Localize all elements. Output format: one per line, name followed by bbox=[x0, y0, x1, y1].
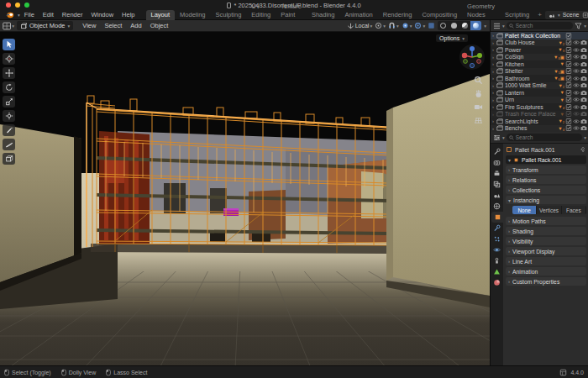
workspace-tab[interactable]: Texture Paint bbox=[276, 2, 307, 20]
tool-move[interactable] bbox=[3, 67, 15, 79]
tab-world[interactable] bbox=[491, 201, 503, 212]
disable-render-camera-icon[interactable] bbox=[580, 111, 587, 117]
tab-physics[interactable] bbox=[491, 244, 503, 255]
mode-selector[interactable]: Object Mode ▾ bbox=[17, 21, 73, 30]
hide-eye-icon[interactable] bbox=[573, 125, 580, 131]
viewport-menu-item[interactable]: View bbox=[78, 22, 100, 29]
properties-options-dropdown-icon[interactable]: ▾ bbox=[584, 135, 586, 140]
tab-tool[interactable] bbox=[491, 146, 503, 157]
property-panel[interactable]: › Relations bbox=[506, 176, 586, 184]
exclude-checkbox-icon[interactable] bbox=[565, 118, 572, 124]
tool-cursor[interactable] bbox=[3, 53, 15, 65]
expand-icon[interactable]: ▾ bbox=[508, 157, 511, 163]
tab-particles[interactable] bbox=[491, 234, 503, 244]
viewport-3d-scene[interactable] bbox=[0, 32, 490, 365]
tool-measure[interactable] bbox=[3, 139, 15, 150]
instancing-option-button[interactable]: Vertices bbox=[537, 206, 561, 214]
disable-render-camera-icon[interactable] bbox=[580, 125, 587, 131]
scene-selector[interactable]: ▾ Scene bbox=[545, 11, 588, 19]
hide-eye-icon[interactable] bbox=[573, 54, 580, 60]
workspace-tab[interactable]: Modeling bbox=[175, 10, 210, 20]
workspace-tab[interactable]: UV Editing bbox=[246, 2, 276, 20]
exclude-checkbox-icon[interactable] bbox=[565, 90, 572, 96]
viewport-menu-item[interactable]: Object bbox=[146, 22, 173, 29]
outliner-filter-icon[interactable] bbox=[575, 23, 582, 29]
properties-search-input[interactable]: Search bbox=[507, 134, 582, 141]
tool-add-cube[interactable] bbox=[3, 153, 15, 165]
outliner-filter-dropdown-icon[interactable]: ▾ bbox=[584, 24, 586, 29]
outliner-row[interactable]: › 1000 Watt Smile ▼₂ bbox=[491, 82, 588, 90]
object-name-field[interactable]: ▾ Pallet Rack.001 bbox=[506, 155, 586, 164]
exclude-checkbox-icon[interactable] bbox=[565, 33, 572, 39]
disable-render-camera-icon[interactable] bbox=[580, 68, 587, 74]
property-panel[interactable]: › Transform bbox=[506, 165, 586, 174]
scene-stats-icon[interactable] bbox=[559, 369, 567, 376]
outliner-display-mode-icon[interactable] bbox=[493, 23, 501, 29]
exclude-checkbox-icon[interactable] bbox=[565, 76, 572, 81]
property-panel[interactable]: › Custom Properties bbox=[506, 277, 586, 286]
outliner-row[interactable]: › Power ▼₃ bbox=[491, 46, 588, 54]
shading-material-button[interactable] bbox=[459, 21, 470, 30]
shading-solid-button[interactable] bbox=[449, 21, 459, 30]
tool-rotate[interactable] bbox=[3, 81, 15, 93]
workspace-tab[interactable]: Shading bbox=[307, 10, 340, 20]
menu-item[interactable]: Edit bbox=[39, 10, 58, 19]
tool-scale[interactable] bbox=[3, 96, 15, 108]
property-panel[interactable]: › Collections bbox=[506, 186, 586, 194]
tool-annotate[interactable] bbox=[3, 124, 15, 136]
panel-instancing[interactable]: ▾ Instancing bbox=[506, 196, 586, 204]
outliner-row[interactable]: › Shelter ▼₅▣ bbox=[491, 68, 588, 76]
hide-eye-icon[interactable] bbox=[573, 47, 580, 53]
instancing-option-button[interactable]: Faces bbox=[562, 206, 586, 214]
disable-render-camera-icon[interactable] bbox=[580, 97, 587, 102]
exclude-checkbox-icon[interactable] bbox=[565, 39, 572, 45]
tab-constraints[interactable] bbox=[491, 255, 503, 266]
disable-render-camera-icon[interactable] bbox=[580, 61, 587, 67]
exclude-checkbox-icon[interactable] bbox=[565, 125, 572, 131]
editor-type-button[interactable]: ▾ bbox=[3, 22, 14, 30]
menu-item[interactable]: File bbox=[20, 10, 39, 19]
properties-editor-icon[interactable] bbox=[493, 134, 501, 141]
exclude-checkbox-icon[interactable] bbox=[565, 111, 572, 117]
tab-object[interactable] bbox=[491, 212, 504, 223]
hide-eye-icon[interactable] bbox=[573, 76, 580, 81]
viewport-3d[interactable]: Options ▾ bbox=[0, 32, 490, 365]
shading-dropdown-icon[interactable]: ▾ bbox=[484, 24, 486, 29]
outliner-row[interactable]: › Urn ▼ bbox=[491, 97, 588, 104]
exclude-checkbox-icon[interactable] bbox=[565, 61, 572, 67]
exclude-checkbox-icon[interactable] bbox=[565, 82, 572, 88]
exclude-checkbox-icon[interactable] bbox=[565, 97, 572, 102]
disable-render-camera-icon[interactable] bbox=[580, 76, 587, 81]
tab-material[interactable] bbox=[491, 277, 503, 288]
disable-render-camera-icon[interactable] bbox=[580, 90, 587, 96]
outliner-row[interactable]: › Club House ▼₂ bbox=[491, 39, 588, 47]
gizmo-y-neg-axis[interactable] bbox=[464, 60, 468, 64]
tool-select-box[interactable] bbox=[3, 39, 15, 50]
gizmo-z-axis[interactable] bbox=[470, 46, 475, 51]
hide-eye-icon[interactable] bbox=[573, 97, 580, 102]
outliner-row[interactable]: › SearchLights ▼₂ bbox=[491, 118, 588, 125]
camera-view-icon[interactable] bbox=[474, 102, 483, 112]
hide-eye-icon[interactable] bbox=[573, 104, 580, 110]
property-panel[interactable]: › Line Art bbox=[506, 257, 586, 265]
workspace-tab[interactable]: Rendering bbox=[378, 10, 417, 20]
menu-item[interactable]: Render bbox=[58, 10, 87, 19]
overlays-toggle[interactable]: ▾ bbox=[414, 22, 425, 29]
viewport-menu-item[interactable]: Add bbox=[126, 22, 145, 29]
workspace-tab[interactable]: Layout bbox=[146, 10, 176, 20]
workspace-tab[interactable]: Geometry Nodes bbox=[462, 2, 500, 20]
property-panel[interactable]: › Animation bbox=[506, 267, 586, 276]
outliner-row[interactable]: › CoSign ▼₈▣ bbox=[491, 54, 588, 61]
property-panel[interactable]: › Visibility bbox=[506, 237, 586, 245]
shading-wireframe-button[interactable] bbox=[438, 21, 449, 30]
property-panel[interactable]: › Shading bbox=[506, 227, 586, 235]
outliner-display-dropdown-icon[interactable]: ▾ bbox=[502, 24, 505, 29]
outliner-row[interactable]: › Trash Fence Palace ▼ bbox=[491, 111, 588, 118]
hide-eye-icon[interactable] bbox=[573, 82, 580, 88]
gizmo-y-axis[interactable] bbox=[477, 53, 482, 58]
zoom-view-icon[interactable] bbox=[474, 76, 483, 85]
hide-eye-icon[interactable] bbox=[573, 39, 580, 45]
outliner-row[interactable]: › Kitchen ▼ bbox=[491, 60, 588, 68]
gizmos-toggle[interactable]: ▾ bbox=[402, 22, 412, 29]
disable-render-camera-icon[interactable] bbox=[580, 39, 587, 45]
